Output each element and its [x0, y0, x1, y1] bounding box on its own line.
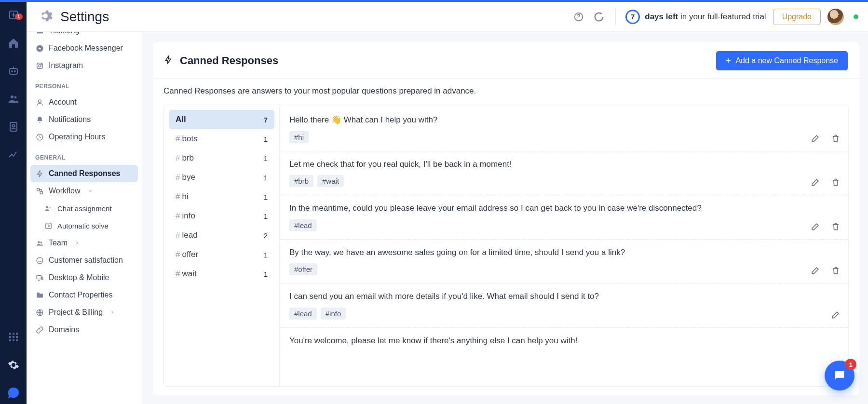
response-tag[interactable]: #offer	[289, 263, 317, 275]
sidebar-item-automatic-solve[interactable]: Automatic solve	[30, 217, 138, 234]
svg-rect-11	[9, 336, 11, 338]
tag-filter-bye[interactable]: #bye1	[169, 168, 274, 187]
edit-icon[interactable]	[811, 134, 820, 145]
sidebar-item-label: Team	[49, 239, 68, 247]
hash-icon: #	[176, 153, 180, 162]
edit-icon[interactable]	[811, 177, 820, 189]
svg-point-4	[11, 95, 14, 98]
plus-icon: +	[726, 56, 731, 65]
sidebar-item-domains[interactable]: Domains	[30, 321, 138, 338]
tag-filter-lead[interactable]: #lead2	[169, 226, 274, 245]
response-tags: #offer	[289, 263, 839, 275]
response-tag[interactable]: #lead	[289, 219, 317, 231]
tag-filter-brb[interactable]: #brb1	[169, 148, 274, 168]
tag-filter-offer[interactable]: #offer1	[169, 245, 274, 264]
svg-rect-26	[40, 191, 42, 194]
edit-icon[interactable]	[811, 222, 820, 233]
response-actions	[831, 310, 841, 322]
settings-icon[interactable]	[6, 358, 21, 372]
sidebar-item-label: Customer satisfaction	[49, 256, 123, 265]
home-icon[interactable]	[6, 36, 21, 50]
delete-icon[interactable]	[831, 222, 841, 233]
avatar[interactable]	[827, 9, 844, 25]
refresh-icon[interactable]	[592, 10, 606, 24]
visitors-icon[interactable]	[6, 92, 21, 106]
response-tag[interactable]: #brb	[289, 175, 313, 187]
brand-logo-icon[interactable]	[6, 386, 21, 400]
sidebar-item-contact-properties[interactable]: Contact Properties	[30, 286, 138, 304]
tag-count: 1	[264, 154, 268, 162]
panel-title: Canned Responses	[180, 54, 278, 67]
sidebar-item-notifications[interactable]: Notifications	[30, 111, 138, 128]
svg-rect-12	[13, 336, 14, 338]
sidebar-item-customer-satisfaction[interactable]: Customer satisfaction	[30, 252, 138, 269]
tag-count: 7	[264, 116, 268, 124]
hash-icon: #	[176, 211, 180, 220]
delete-icon[interactable]	[831, 266, 841, 277]
tag-filter-all[interactable]: All7	[169, 110, 274, 129]
tag-count: 1	[264, 270, 268, 278]
delete-icon[interactable]	[831, 177, 841, 189]
svg-rect-14	[9, 339, 11, 341]
sidebar-item-facebook-messenger[interactable]: Facebook Messenger	[30, 40, 138, 57]
chat-widget-button[interactable]: 1	[825, 361, 854, 391]
hash-icon: #	[176, 173, 180, 182]
response-text: By the way, we have an awesome sales goi…	[289, 246, 839, 259]
delete-icon[interactable]	[831, 134, 841, 145]
canned-response-item: You're welcome, please let me know if th…	[280, 328, 848, 355]
inbox-icon[interactable]: 1	[6, 8, 21, 22]
sidebar-item-label: Workflow	[49, 187, 81, 195]
response-tags: #brb#wait	[289, 175, 839, 187]
bot-icon[interactable]	[6, 64, 21, 78]
response-tag[interactable]: #wait	[317, 175, 344, 187]
response-tag[interactable]: #hi	[289, 131, 309, 143]
link-icon	[35, 325, 44, 334]
header-divider	[615, 9, 616, 25]
canned-response-item: In the meantime, could you please leave …	[280, 195, 848, 240]
sidebar-item-canned-responses[interactable]: Canned Responses	[30, 165, 138, 182]
contacts-icon[interactable]	[6, 120, 21, 134]
folder-icon	[35, 291, 44, 299]
account-icon	[35, 98, 44, 107]
sidebar-item-desktop-mobile[interactable]: Desktop & Mobile	[30, 269, 138, 286]
apps-icon[interactable]	[6, 330, 21, 344]
sidebar-item-instagram[interactable]: Instagram	[30, 57, 138, 74]
response-tags: #lead#info	[289, 308, 839, 320]
hash-icon: #	[176, 134, 180, 143]
tag-filter-hi[interactable]: #hi1	[169, 187, 274, 206]
svg-point-22	[41, 64, 41, 64]
edit-icon[interactable]	[831, 310, 841, 322]
sidebar-item-operating-hours[interactable]: Operating Hours	[30, 128, 138, 146]
response-text: You're welcome, please let me know if th…	[289, 335, 839, 347]
sidebar-item-ticketing[interactable]: Ticketing	[30, 32, 138, 40]
svg-point-3	[14, 71, 15, 72]
canned-response-item: I can send you an email with more detail…	[280, 283, 848, 328]
sidebar-item-team[interactable]: Team	[30, 234, 138, 252]
sidebar-item-account[interactable]: Account	[30, 94, 138, 111]
upgrade-button[interactable]: Upgrade	[773, 9, 821, 25]
edit-icon[interactable]	[811, 266, 820, 277]
tag-filter-info[interactable]: #info1	[169, 206, 274, 226]
svg-rect-28	[45, 223, 51, 228]
response-actions	[811, 222, 841, 233]
clock-icon	[35, 133, 44, 141]
help-icon[interactable]	[572, 10, 585, 24]
add-canned-response-button[interactable]: + Add a new Canned Response	[716, 51, 848, 70]
sidebar-item-chat-assignment[interactable]: Chat assignment	[30, 200, 138, 217]
response-tags: #hi	[289, 131, 839, 143]
ig-icon	[35, 61, 44, 70]
tag-filter-wait[interactable]: #wait1	[169, 264, 274, 283]
sidebar-item-workflow[interactable]: Workflow	[30, 182, 138, 200]
analytics-icon[interactable]	[6, 148, 21, 162]
svg-rect-25	[37, 188, 39, 190]
tag-filter-bots[interactable]: #bots1	[169, 129, 274, 148]
sidebar-item-project-billing[interactable]: Project & Billing	[30, 304, 138, 321]
svg-rect-13	[16, 336, 18, 338]
response-actions	[811, 134, 841, 145]
bolt-icon	[163, 54, 173, 67]
sidebar-section-personal: PERSONAL	[30, 74, 138, 94]
chevron-right-icon	[109, 310, 115, 315]
response-tag[interactable]: #lead	[289, 308, 317, 320]
response-tag[interactable]: #info	[321, 308, 346, 320]
tag-count: 1	[264, 174, 268, 182]
